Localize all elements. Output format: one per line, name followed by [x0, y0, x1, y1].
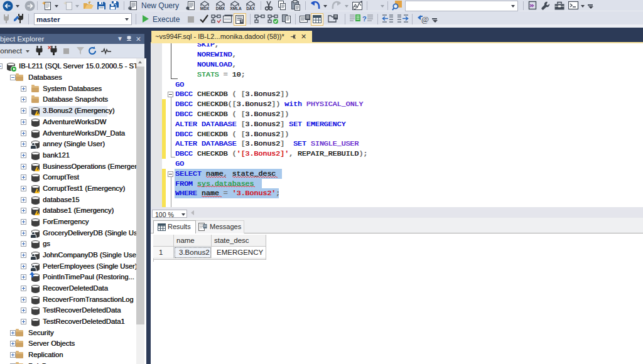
svg-text:XMLA: XMLA — [230, 6, 242, 11]
svg-text:DMX: DMX — [216, 6, 225, 11]
svg-text:?: ? — [362, 15, 367, 23]
svg-text:@: @ — [421, 14, 429, 24]
svg-text:DAX: DAX — [246, 6, 255, 11]
svg-text:MDX: MDX — [200, 6, 210, 11]
